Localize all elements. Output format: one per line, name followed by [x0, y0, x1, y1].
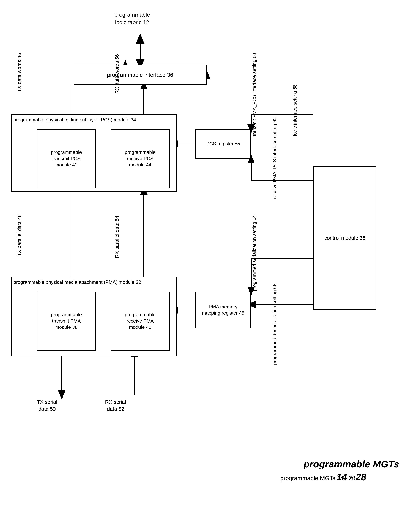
prog-logic-label: programmable logic fabric 12: [114, 11, 150, 26]
tx-serial-label: TX serialdata 50: [37, 399, 57, 413]
tx-data-words-label: TX data words 46: [16, 53, 23, 92]
diagram-container: programmable logic fabric 12 programmabl…: [0, 0, 404, 532]
rx-parallel-label: RX parallel data 54: [114, 216, 120, 258]
logic-interface-label: logic interface setting 58: [292, 84, 298, 136]
pma-memory-box: PMA memorymapping register 45: [196, 292, 251, 328]
pcs-register-box: PCS register 55: [196, 129, 251, 159]
control-module-box: control module 35: [314, 166, 376, 310]
rx-data-words-label: RX data words 56: [114, 54, 120, 94]
rx-serial-label: RX serialdata 52: [105, 399, 126, 413]
receive-pcs-box: programmablereceive PCSmodule 44: [111, 129, 170, 188]
receive-pma-box: programmablereceive PMAmodule 40: [111, 292, 170, 351]
transmit-pma-pcs-label: transmit PMA_PCS interface setting 60: [251, 53, 258, 136]
programmable-interface-box: programmable interface 36: [74, 64, 207, 85]
tx-parallel-label: TX parallel data 48: [16, 214, 23, 256]
prog-deserialization-label: programmed deserialization setting 66: [271, 284, 278, 365]
prog-mgts-label: programmable MGTs 14 - 28: [280, 474, 355, 482]
receive-pma-pcs-label: receive PMA_PCS interface setting 62: [271, 117, 278, 199]
transmit-pma-box: programmabletransmit PMAmodule 38: [37, 292, 96, 351]
transmit-pcs-box: programmabletransmit PCSmodule 42: [37, 129, 96, 188]
prog-serialization-label: programmed serialization setting 64: [251, 215, 258, 291]
